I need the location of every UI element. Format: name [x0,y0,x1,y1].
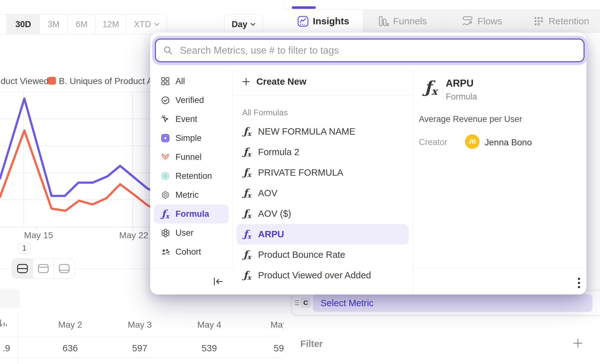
add-filter-button[interactable] [573,338,583,348]
fx-icon: ƒx [243,209,251,219]
formula-section-title: All Formulas [242,108,288,118]
tab-flows[interactable]: Flows [442,10,522,33]
category-funnel[interactable]: Funnel [150,148,232,167]
sort-descending-icon[interactable] [0,318,7,329]
category-metric[interactable]: Metric [150,185,232,204]
fx-icon: ƒx [243,167,251,178]
plus-icon [242,77,250,86]
table-header-cell: May 2 [35,320,105,330]
category-all[interactable]: All [150,72,232,91]
select-metric-chip[interactable]: Select Metric [313,294,592,312]
legend-series-b[interactable]: B. Uniques of Product Add [59,76,162,86]
table-row-divider [0,358,284,358]
chevron-down-icon [250,23,255,26]
table-corner-cell [0,288,20,308]
formula-row[interactable]: ƒx Formula 2 [234,142,413,162]
filter-section-label: Filter [300,339,323,349]
creator-label: Creator [419,137,447,147]
active-nav-indicator [292,6,316,9]
table-cell: .9 [0,343,10,354]
formula-row[interactable]: ƒx Product Viewed over Added [234,265,413,286]
search-icon [163,46,173,55]
category-retention[interactable]: Retention [150,167,232,185]
x-axis-label: May 15 [19,230,58,240]
formula-row[interactable]: ƒx NEW FORMULA NAME [234,121,413,142]
top-panel-icon [38,264,49,274]
date-range-6m-button[interactable]: 6M [67,15,95,34]
sidebar-footer-divider [150,268,232,268]
split-rows-icon [17,264,28,274]
table-header-cell: May [244,320,284,330]
grid-icon [161,77,170,85]
formula-row[interactable]: ƒx AOV ($) [234,203,413,224]
detail-description: Average Revenue per User [419,114,522,124]
bottom-panel-icon [58,264,70,274]
x-axis-label: May 22 [114,230,153,240]
x-axis-tick [133,227,133,230]
formula-fx-icon: ƒx [161,209,170,219]
simple-metric-icon [161,134,170,142]
create-new-button[interactable]: Create New [242,73,306,90]
layout-bottom-panel-button[interactable] [54,259,75,278]
cohort-people-icon [161,248,170,256]
date-range-partial-button[interactable] [0,15,7,34]
date-range-group: 30D 3M 6M 12M XTD [0,14,167,34]
creator-name: Jenna Bono [485,137,532,148]
collapse-panel-button[interactable] [212,276,224,287]
sidebar-divider [232,70,233,268]
drag-handle-icon[interactable] [295,300,299,306]
search-input[interactable] [179,45,584,57]
formula-row[interactable]: ƒx Product Bounce Rate [234,245,413,265]
category-event[interactable]: Event [150,110,232,129]
series-b-line [0,130,152,211]
fx-icon: ƒx [243,250,251,260]
table-cell: 539 [174,343,244,354]
funnel-metric-icon [161,153,170,161]
detail-title: ARPU [446,78,474,89]
category-verified[interactable]: Verified [150,91,232,110]
legend-series-a[interactable]: duct Viewed [1,76,49,86]
report-tab-strip: Insights Funnels Flows [283,9,600,33]
category-sidebar: All Verified Event Simple [150,72,232,261]
fx-icon: ƒx [243,270,251,281]
formula-row[interactable]: ƒx PRIVATE FORMULA [234,162,413,183]
legend-series-b-swatch [48,77,56,85]
detail-footer-divider [413,268,586,268]
creator-avatar: JB [465,134,480,149]
hexagon-metric-icon [161,191,170,199]
retention-icon [533,16,544,27]
date-range-3m-button[interactable]: 3M [40,15,67,34]
category-cohort[interactable]: Cohort [150,242,232,261]
date-range-30d-button[interactable]: 30D [7,15,40,34]
table-header-cell: May 4 [174,320,244,330]
detail-divider [413,70,413,294]
formula-row[interactable]: ƒx AOV [234,183,413,203]
series-a-line [0,99,152,196]
table-header-divider [0,336,284,337]
table-column-divider [18,311,18,364]
cursor-click-icon [161,115,170,123]
date-range-12m-button[interactable]: 12M [95,15,126,34]
more-options-button[interactable] [572,276,585,290]
tab-retention[interactable]: Retention [522,10,600,33]
pagination-page-button[interactable]: 1 [18,243,31,254]
category-user[interactable]: User [150,223,232,242]
granularity-day-button[interactable]: Day [224,14,263,34]
layout-split-rows-button[interactable] [12,259,33,278]
formula-row-selected[interactable]: ƒx ARPU [236,224,409,245]
tab-insights[interactable]: Insights [283,10,363,33]
x-axis-tick [37,227,37,230]
fx-icon: ƒx [243,147,251,157]
layout-top-panel-button[interactable] [33,259,53,278]
date-range-xtd-button[interactable]: XTD [126,15,167,34]
table-header-cell: May 3 [105,320,174,330]
category-simple[interactable]: Simple [150,129,232,148]
tab-funnels[interactable]: Funnels [363,10,442,33]
detail-fx-icon: ƒx [425,79,437,96]
category-formula[interactable]: ƒx Formula [154,204,229,223]
chevron-down-icon [154,23,159,26]
table-cell: 59 [244,343,284,354]
create-new-divider [234,95,413,96]
search-field [155,39,585,62]
table-cell: 597 [105,343,174,354]
